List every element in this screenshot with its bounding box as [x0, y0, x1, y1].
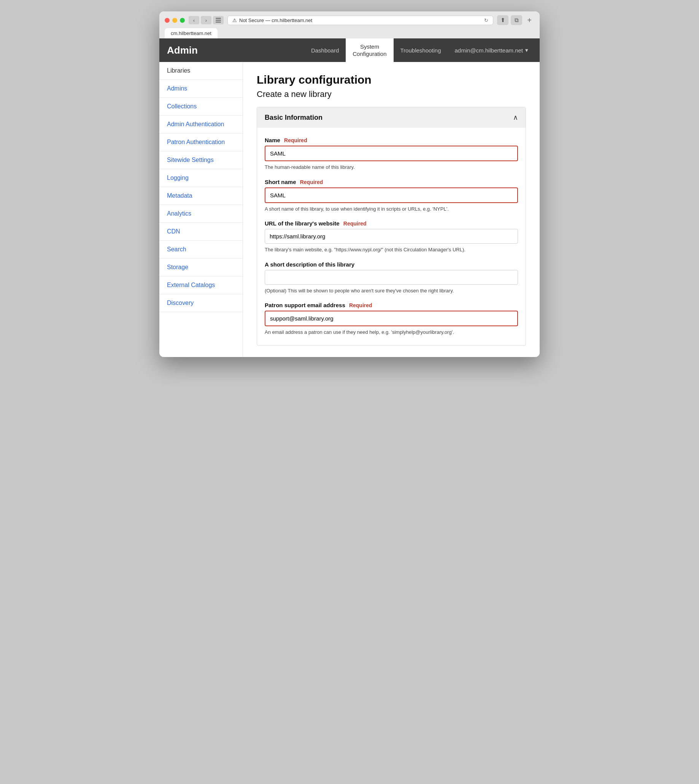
short-name-label: Short name Required — [265, 179, 518, 185]
user-menu-chevron: ▾ — [525, 47, 528, 54]
user-email: admin@cm.hilbertteam.net — [455, 47, 523, 54]
url-required-badge: Required — [343, 220, 367, 227]
sidebar-item-admin-authentication[interactable]: Admin Authentication — [159, 116, 243, 134]
nav-troubleshooting[interactable]: Troubleshooting — [394, 38, 448, 62]
sidebar-item-libraries[interactable]: Libraries — [159, 62, 243, 80]
page-title: Library configuration — [257, 73, 526, 86]
name-required-badge: Required — [284, 137, 307, 143]
sidebar-item-admins[interactable]: Admins — [159, 80, 243, 98]
close-button[interactable] — [165, 18, 170, 23]
sidebar-item-metadata[interactable]: Metadata — [159, 187, 243, 205]
short-name-help: A short name of this library, to use whe… — [265, 205, 518, 213]
share-button[interactable]: ⬆ — [497, 15, 509, 25]
browser-actions: ⬆ ⧉ + — [497, 15, 534, 25]
description-label: A short description of this library — [265, 261, 518, 268]
sidebar-toggle-button[interactable] — [213, 16, 224, 24]
address-text: Not Secure — cm.hilbertteam.net — [239, 18, 312, 23]
patron-email-required-badge: Required — [349, 302, 372, 308]
traffic-lights — [165, 18, 185, 23]
svg-rect-0 — [215, 18, 221, 19]
browser-nav-buttons: ‹ › — [189, 16, 224, 24]
panel-header-title: Basic Information — [265, 114, 323, 122]
back-button[interactable]: ‹ — [189, 16, 199, 24]
sidebar-item-discovery[interactable]: Discovery — [159, 294, 243, 312]
sidebar-item-search[interactable]: Search — [159, 241, 243, 258]
sidebar-item-cdn[interactable]: CDN — [159, 223, 243, 241]
basic-information-panel: Basic Information ∧ Name Required The hu… — [257, 107, 526, 346]
main-layout: Libraries Admins Collections Admin Authe… — [159, 62, 540, 357]
maximize-button[interactable] — [180, 18, 185, 23]
panel-toggle-icon: ∧ — [513, 113, 518, 122]
content-area: Library configuration Create a new libra… — [243, 62, 540, 357]
name-input[interactable] — [265, 146, 518, 161]
active-tab[interactable]: cm.hilbertteam.net — [165, 28, 217, 38]
browser-tab-row: cm.hilbertteam.net — [165, 28, 534, 38]
url-field-group: URL of the library's website Required Th… — [265, 220, 518, 254]
address-lock-icon: ⚠ — [232, 18, 237, 23]
description-input[interactable] — [265, 270, 518, 285]
sidebar: Libraries Admins Collections Admin Authe… — [159, 62, 243, 357]
sidebar-item-external-catalogs[interactable]: External Catalogs — [159, 276, 243, 294]
user-menu[interactable]: admin@cm.hilbertteam.net ▾ — [448, 47, 532, 54]
panel-body: Name Required The human-readable name of… — [257, 128, 525, 345]
address-bar[interactable]: ⚠ Not Secure — cm.hilbertteam.net ↻ — [227, 16, 493, 25]
reload-icon[interactable]: ↻ — [484, 18, 488, 23]
name-label: Name Required — [265, 137, 518, 143]
sidebar-item-storage[interactable]: Storage — [159, 258, 243, 276]
sidebar-item-sitewide-settings[interactable]: Sitewide Settings — [159, 151, 243, 169]
app-header: Admin Dashboard System Configuration Tro… — [159, 38, 540, 62]
minimize-button[interactable] — [172, 18, 177, 23]
url-input[interactable] — [265, 229, 518, 244]
browser-chrome: ‹ › ⚠ Not Secure — cm.hilbertteam.net ↻ … — [159, 12, 540, 38]
app-nav: Dashboard System Configuration Troublesh… — [304, 38, 448, 62]
patron-email-input[interactable] — [265, 311, 518, 326]
short-name-input[interactable] — [265, 187, 518, 203]
forward-button[interactable]: › — [201, 16, 212, 24]
new-tab-tile-button[interactable]: ⧉ — [511, 15, 522, 25]
url-label: URL of the library's website Required — [265, 220, 518, 227]
short-name-field-group: Short name Required A short name of this… — [265, 179, 518, 213]
panel-header[interactable]: Basic Information ∧ — [257, 107, 525, 128]
nav-dashboard[interactable]: Dashboard — [304, 38, 346, 62]
nav-system-config[interactable]: System Configuration — [346, 38, 393, 62]
svg-rect-2 — [215, 22, 221, 22]
description-field-group: A short description of this library (Opt… — [265, 261, 518, 294]
sidebar-item-logging[interactable]: Logging — [159, 169, 243, 187]
sidebar-item-analytics[interactable]: Analytics — [159, 205, 243, 223]
sidebar-item-patron-authentication[interactable]: Patron Authentication — [159, 134, 243, 151]
sidebar-item-collections[interactable]: Collections — [159, 98, 243, 116]
name-field-group: Name Required The human-readable name of… — [265, 137, 518, 171]
app-logo: Admin — [167, 45, 198, 56]
patron-email-field-group: Patron support email address Required An… — [265, 302, 518, 336]
short-name-required-badge: Required — [300, 179, 323, 185]
new-tab-button[interactable]: + — [524, 15, 534, 25]
patron-email-help: An email address a patron can use if the… — [265, 329, 518, 336]
description-help: (Optional) This will be shown to people … — [265, 287, 518, 294]
patron-email-label: Patron support email address Required — [265, 302, 518, 308]
svg-rect-1 — [215, 20, 221, 20]
browser-window: ‹ › ⚠ Not Secure — cm.hilbertteam.net ↻ … — [159, 12, 540, 357]
url-help: The library's main website, e.g. "https:… — [265, 246, 518, 254]
name-help: The human-readable name of this library. — [265, 164, 518, 171]
page-subtitle: Create a new library — [257, 89, 526, 99]
